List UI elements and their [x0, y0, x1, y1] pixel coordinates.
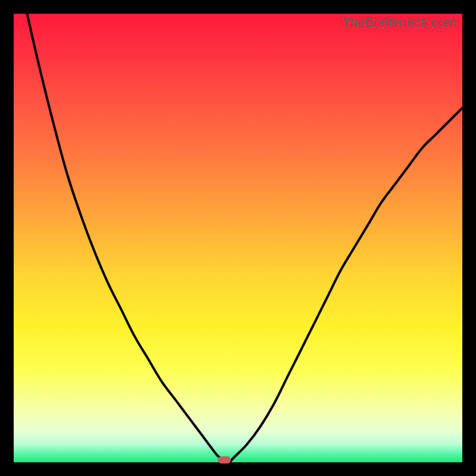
bottleneck-curve [14, 14, 462, 462]
chart-plot-area: TheBottleneck.com [14, 14, 462, 462]
curve-path [14, 0, 462, 463]
watermark-text: TheBottleneck.com [342, 15, 456, 30]
min-marker [218, 456, 231, 464]
